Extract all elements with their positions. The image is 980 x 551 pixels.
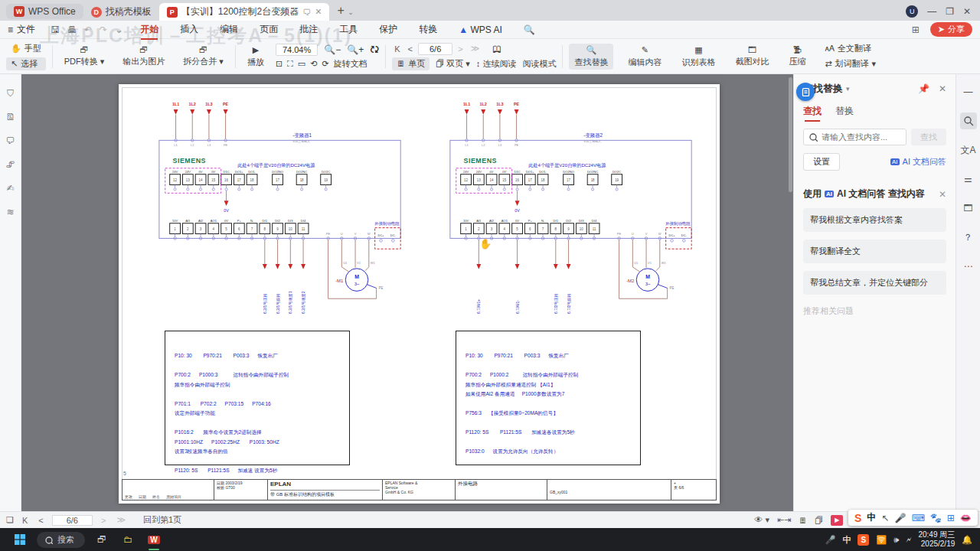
tray-ime-indicator[interactable]: 中 [842,534,851,546]
layers-icon[interactable]: ≋ [6,207,14,217]
new-tab-button[interactable]: + ⌄ [337,4,353,18]
last-page-icon[interactable]: ≫ [114,515,128,525]
hand-tool-button[interactable]: ✋手型 [6,42,46,55]
next-page-icon[interactable]: > [456,44,465,54]
play-slideshow-button[interactable]: ▶ [831,515,843,526]
menu-tab-protect[interactable]: 保护 [369,21,407,37]
caret-down-icon[interactable]: ⌄ [115,24,122,35]
menu-tab-edit[interactable]: 编辑 [210,21,248,37]
wifi-icon[interactable]: 🛜 [876,535,887,545]
pin-icon[interactable]: 📌 [918,83,929,94]
help-icon[interactable]: ？ [960,229,977,246]
fit-width-icon[interactable]: ⇤⇥ [777,515,791,525]
zoom-value[interactable]: 74.04% [276,44,318,56]
save-icon[interactable]: 🖫 [51,24,60,35]
tab-comment-icon[interactable]: 🗨 [302,8,311,17]
next-page-icon[interactable]: > [99,516,108,525]
settings-button[interactable]: 设置 [803,153,840,171]
user-avatar[interactable]: U [906,5,918,18]
file-menu[interactable]: ≡ 文件 [0,23,43,36]
first-page-icon[interactable]: K [20,516,30,525]
ime-mic-icon[interactable]: 🎤 [894,513,906,523]
zoom-out-icon[interactable]: 🔍− [324,44,341,55]
close-button[interactable]: ✕ [963,6,971,17]
notification-bell-icon[interactable]: 🔔 [962,535,972,545]
share-button[interactable]: ➤分享 [930,22,972,37]
start-button[interactable] [11,530,29,549]
menu-tab-annotate[interactable]: 批注 [289,21,328,37]
tab-doc-template[interactable]: D 找稿壳模板 [83,3,159,21]
screenshot-compare-button[interactable]: 🗔截图对比 [730,44,774,69]
zoom-in-icon[interactable]: 🔍+ [347,44,364,55]
task-view-button[interactable]: 🗗 [93,530,111,549]
menu-tab-page[interactable]: 页面 [250,21,288,37]
fit-actual-icon[interactable]: ⊡ [276,59,283,69]
more-icon[interactable]: ⋯ [960,258,977,275]
single-page-button[interactable]: 🗏 单页 [392,57,430,70]
thumbnails-icon[interactable]: 🖻 [6,112,15,122]
table-ocr-button[interactable]: ▦识别表格 [676,44,720,70]
tab-find[interactable]: 查找 [803,105,822,118]
volume-icon[interactable]: 🕪 [893,535,899,545]
tab-pdf-active[interactable]: P 【实训】1200控制2台变频器 🗨 ✕ [159,3,330,21]
attachment-icon[interactable]: 🖇 [6,159,15,170]
wps-app-button[interactable]: W [145,530,163,549]
find-replace-button[interactable]: 🔍查找替换 [569,44,613,70]
rotate-icon[interactable]: 🗘 [370,44,379,55]
continuous-button[interactable]: ↕ 连续阅读 [476,58,517,70]
menu-tab-insert[interactable]: 插入 [170,21,208,37]
preferences-icon[interactable]: ⚌ [960,171,977,187]
menu-tab-home[interactable]: 开始 [130,21,168,37]
tab-replace[interactable]: 替换 [835,105,854,118]
card-close-icon[interactable]: ✕ [939,189,946,200]
find-input[interactable] [822,132,898,142]
clock[interactable]: 20:49 周三 2025/2/19 [918,530,955,549]
tab-close-icon[interactable]: ✕ [315,7,322,17]
export-image-button[interactable]: 🗗输出为图片 [117,44,170,69]
panel-caret-icon[interactable]: ▾ [846,85,850,93]
select-tool-button[interactable]: ↖选择 [6,57,46,70]
panel-close-icon[interactable]: ✕ [939,83,946,94]
rotate-left-icon[interactable]: ⟲ [310,59,317,69]
ime-lips-icon[interactable]: 👄 [960,513,972,523]
search-tool-icon[interactable] [960,112,977,129]
fit-width-icon[interactable]: ▭ [298,59,305,69]
sidebar-toggle-icon[interactable]: ❏ [6,515,14,525]
last-page-icon[interactable]: ≫ [469,44,482,54]
apps-grid-icon[interactable]: ⊞ [912,24,920,35]
recommend-questions-label[interactable]: 推荐相关问题 [803,305,946,317]
restore-button[interactable]: ❐ [946,6,954,17]
compress-button[interactable]: 🗜压缩 [783,44,811,69]
prev-page-icon[interactable]: < [36,516,45,525]
ime-paw-icon[interactable]: 🐾 [930,513,942,523]
single-page-icon[interactable]: 🗏 [799,516,807,525]
find-button[interactable]: 查找 [911,129,946,145]
double-page-icon[interactable]: 🗍 [815,516,823,525]
tray-sogou-icon[interactable]: S [858,534,869,546]
ai-doc-qa-link[interactable]: AIAI 文档问答 [890,156,946,168]
redo-icon[interactable]: ↷ [100,24,107,35]
rotate-doc-button[interactable]: 旋转文档 [334,58,368,70]
menu-tab-convert[interactable]: 转换 [409,21,447,37]
comments-icon[interactable]: 🗩 [6,135,15,146]
ime-keyboard-icon[interactable]: ⌨ [911,513,924,523]
vertical-scrollbar[interactable] [789,77,792,192]
page-indicator[interactable]: 6/6 [418,43,452,55]
view-eye-icon[interactable]: 👁 ▾ [754,515,769,525]
battery-icon[interactable]: 🗲 [906,535,911,545]
pdf-convert-button[interactable]: 🗗PDF转换 ▾ [59,44,110,69]
menu-tab-wps-ai[interactable]: ▲ WPS AI [449,23,512,37]
rotate-right-icon[interactable]: ⟳ [322,59,328,69]
tray-mic-icon[interactable]: 🎤 [825,535,836,545]
status-page-indicator[interactable]: 6/6 [52,515,93,526]
ime-grid-icon[interactable]: ⊞ [947,513,955,523]
menu-search-icon[interactable]: 🔍 [514,23,545,37]
suggestion-item[interactable]: 帮我总结文章，并定位关键部分 [803,271,946,295]
suggestion-item[interactable]: 帮我根据文章内容找答案 [803,208,946,232]
screenshot-tool-icon[interactable]: 🗔 [960,200,977,217]
taskbar-search[interactable]: 搜索 [37,532,85,548]
ime-pointer-icon[interactable]: ↖ [881,513,889,523]
split-merge-button[interactable]: 🗗拆分合并 ▾ [178,44,229,69]
ime-lang-toggle[interactable]: 中 [867,511,876,524]
minimize-button[interactable]: — [927,6,936,17]
